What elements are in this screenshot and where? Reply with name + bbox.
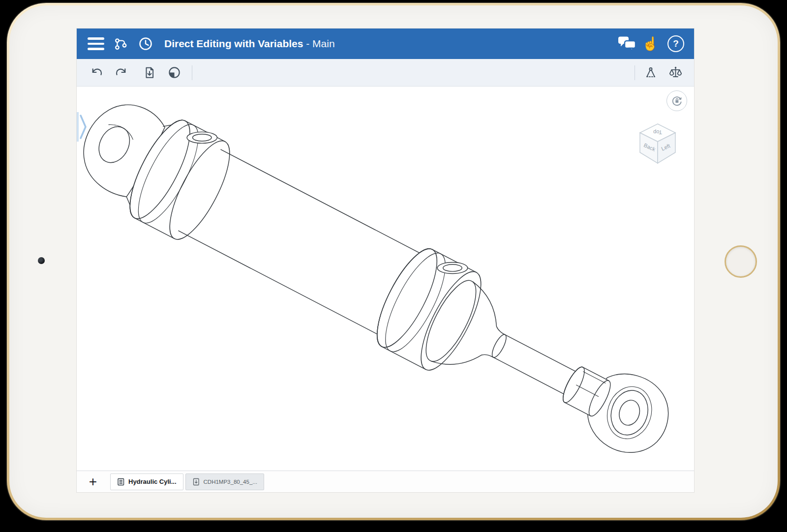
toolbar-right (633, 64, 684, 82)
document-title: Direct Editing with Variables - Main (164, 38, 335, 50)
header-right-icons: ☝ ? (617, 35, 684, 52)
tab-part-studio[interactable]: Hydraulic Cyli... (110, 473, 183, 490)
measure-icon[interactable] (642, 64, 660, 82)
view-cube[interactable]: Top Back Left (634, 121, 681, 168)
app-header: Direct Editing with Variables - Main (77, 29, 694, 59)
document-title-dash: - (303, 38, 312, 49)
comments-icon[interactable] (617, 36, 633, 52)
view-cube-top-label: Top (653, 129, 662, 135)
feature-panel-expand-handle[interactable] (77, 112, 88, 142)
help-glyph: ? (673, 38, 679, 49)
toolbar-separator (192, 65, 192, 80)
toolbar (77, 59, 694, 87)
model-canvas[interactable]: Top Back Left (77, 87, 694, 471)
versions-icon[interactable] (113, 36, 129, 52)
app-screen: Direct Editing with Variables - Main (77, 29, 694, 492)
tab-label: CDH1MP3_80_45_... (204, 479, 257, 485)
redo-icon[interactable] (112, 64, 130, 82)
toolbar-separator (635, 65, 635, 80)
stage: Direct Editing with Variables - Main (0, 0, 787, 532)
touch-pointer-icon[interactable]: ☝ (642, 37, 659, 51)
tab-bar: + Hydraulic Cyli... CDH1MP3_8 (77, 471, 694, 492)
usage-pie-icon[interactable] (165, 64, 183, 82)
document-title-name: Direct Editing with Variables (164, 38, 303, 49)
imported-file-icon (192, 478, 200, 486)
help-icon[interactable]: ? (667, 35, 684, 52)
front-camera (38, 257, 45, 264)
part-studio-icon (117, 478, 125, 486)
menu-icon[interactable] (88, 37, 104, 50)
tab-imported-file[interactable]: CDH1MP3_80_45_... (185, 473, 264, 490)
add-tab-button[interactable]: + (86, 475, 100, 489)
history-icon[interactable] (138, 36, 153, 52)
tablet-device-frame: Direct Editing with Variables - Main (7, 3, 780, 520)
undo-icon[interactable] (88, 64, 105, 82)
tab-label: Hydraulic Cyli... (128, 478, 177, 485)
rotate-lock-icon[interactable] (666, 90, 687, 111)
hydraulic-cylinder-drawing[interactable] (77, 87, 694, 471)
chevron-right-icon (79, 113, 88, 141)
import-document-icon[interactable] (141, 64, 158, 82)
tablet-bezel: Direct Editing with Variables - Main (9, 5, 778, 518)
home-button[interactable] (725, 245, 757, 278)
mass-properties-icon[interactable] (666, 64, 684, 82)
workspace-name: Main (312, 38, 335, 49)
